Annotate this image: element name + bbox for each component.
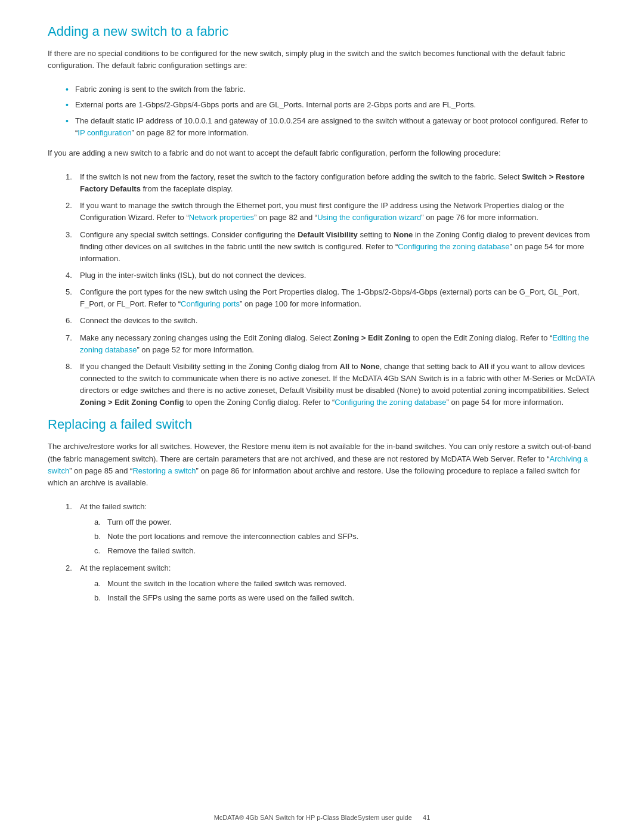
replacing-step-1b: Note the port locations and remove the i… — [94, 531, 596, 543]
replacing-section: Replacing a failed switch The archive/re… — [48, 417, 596, 604]
none-bold-2: None — [360, 362, 380, 371]
adding-bullets: Fabric zoning is sent to the switch from… — [66, 83, 596, 139]
replacing-step-1a: Turn off the power. — [94, 516, 596, 528]
adding-steps-list: If the switch is not new from the factor… — [66, 171, 596, 408]
adding-step-2: If you want to manage the switch through… — [66, 200, 596, 224]
bullet-item-2: External ports are 1-Gbps/2-Gbps/4-Gbps … — [66, 99, 596, 111]
zoning-edit-config-bold: Zoning > Edit Zoning Config — [80, 398, 184, 407]
restoring-switch-link[interactable]: Restoring a switch — [132, 466, 196, 475]
replacing-step-2b: Install the SFPs using the same ports as… — [94, 592, 596, 604]
all-bold-2: All — [479, 362, 489, 371]
configuring-zoning-db-link-1[interactable]: Configuring the zoning database — [398, 242, 509, 251]
adding-step-8: If you changed the Default Visibility se… — [66, 361, 596, 409]
configuring-zoning-db-link-2[interactable]: Configuring the zoning database — [335, 398, 446, 407]
default-visibility-bold: Default Visibility — [298, 230, 358, 239]
page-number: 41 — [423, 814, 430, 821]
adding-step-6: Connect the devices to the switch. — [66, 315, 596, 327]
bullet-item-1: Fabric zoning is sent to the switch from… — [66, 83, 596, 95]
replacing-steps-list: At the failed switch: Turn off the power… — [66, 501, 596, 604]
replacing-step-1c: Remove the failed switch. — [94, 545, 596, 557]
zoning-edit-bold: Zoning > Edit Zoning — [333, 333, 411, 342]
adding-step-4: Plug in the inter-switch links (ISL), bu… — [66, 270, 596, 281]
adding-step-7: Make any necessary zoning changes using … — [66, 332, 596, 356]
bullet-item-3: The default static IP address of 10.0.0.… — [66, 115, 596, 139]
all-bold-1: All — [340, 362, 350, 371]
replacing-step-2a: Mount the switch in the location where t… — [94, 578, 596, 590]
network-properties-link[interactable]: Network properties — [189, 213, 254, 222]
config-wizard-link[interactable]: Using the configuration wizard — [317, 213, 421, 222]
archiving-switch-link[interactable]: Archiving a switch — [48, 454, 588, 475]
adding-step-5: Configure the port types for the new swi… — [66, 286, 596, 310]
adding-intro-para-1: If there are no special conditions to be… — [48, 48, 596, 72]
adding-section: Adding a new switch to a fabric If there… — [48, 24, 596, 408]
none-bold-1: None — [394, 230, 413, 239]
adding-intro-para-2: If you are adding a new switch to a fabr… — [48, 147, 596, 159]
replacing-step-2-substeps: Mount the switch in the location where t… — [94, 578, 596, 604]
replacing-step-2: At the replacement switch: Mount the swi… — [66, 562, 596, 604]
adding-intro-1: If there are no special conditions to be… — [48, 48, 596, 72]
ip-configuration-link[interactable]: IP configuration — [78, 128, 131, 137]
adding-step-1: If the switch is not new from the factor… — [66, 171, 596, 195]
switch-restore-bold: Switch > Restore Factory Defaults — [80, 172, 584, 193]
replacing-step-1-substeps: Turn off the power. Note the port locati… — [94, 516, 596, 557]
replacing-step-1: At the failed switch: Turn off the power… — [66, 501, 596, 558]
footer-product-name: McDATA® 4Gb SAN Switch for HP p-Class Bl… — [214, 814, 412, 821]
replacing-intro-para: The archive/restore works for all switch… — [48, 441, 596, 489]
adding-section-title: Adding a new switch to a fabric — [48, 24, 596, 39]
page-footer: McDATA® 4Gb SAN Switch for HP p-Class Bl… — [0, 814, 644, 821]
replacing-section-title: Replacing a failed switch — [48, 417, 596, 432]
adding-step-3: Configure any special switch settings. C… — [66, 229, 596, 265]
configuring-ports-link[interactable]: Configuring ports — [181, 299, 240, 308]
